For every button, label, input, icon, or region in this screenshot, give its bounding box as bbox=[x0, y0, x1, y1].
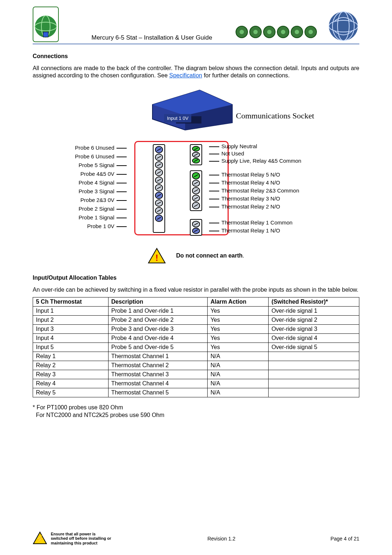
input-1-0v-tag: Input 1 0V bbox=[164, 114, 191, 122]
svg-point-13 bbox=[267, 30, 271, 34]
label-probe1-signal: Probe 1 Signal bbox=[58, 214, 129, 220]
table-cell: N/A bbox=[207, 388, 268, 397]
footer-warning-text: Ensure that all power is switched off be… bbox=[51, 532, 113, 546]
globe-logo-right-icon bbox=[327, 10, 359, 42]
label-relay23-common: Thermostat Relay 2&3 Common bbox=[207, 187, 299, 194]
footer-warning-triangle-icon: ⚡ bbox=[33, 531, 47, 546]
label-relay5: Thermostat Relay 5 N/O bbox=[207, 171, 280, 178]
table-cell: Probe 4 and Over-ride 4 bbox=[108, 334, 207, 343]
table-cell: Over-ride signal 1 bbox=[268, 307, 359, 316]
table-cell bbox=[268, 379, 359, 388]
label-probe1-0v: Probe 1 0V bbox=[58, 223, 129, 229]
label-relay2: Thermostat Relay 2 N/O bbox=[207, 203, 280, 210]
table-cell: Yes bbox=[207, 325, 268, 334]
table-cell: Relay 1 bbox=[33, 352, 109, 361]
connections-diagram: Input 1 0V Communications Socket Probe 6… bbox=[62, 83, 330, 243]
table-cell bbox=[268, 361, 359, 370]
label-relay1-no: Thermostat Relay 1 N/O bbox=[207, 227, 280, 234]
table-row: Relay 2Thermostat Channel 2N/A bbox=[33, 361, 359, 370]
page-footer: ⚡ Ensure that all power is switched off … bbox=[33, 531, 359, 546]
table-cell: Thermostat Channel 2 bbox=[108, 361, 207, 370]
label-relay1-common: Thermostat Relay 1 Common bbox=[207, 219, 293, 226]
table-cell: Relay 4 bbox=[33, 379, 109, 388]
communications-socket-label: Communications Socket bbox=[236, 111, 314, 121]
th-alarm: Alarm Action bbox=[207, 297, 268, 307]
table-row: Relay 3Thermostat Channel 3N/A bbox=[33, 370, 359, 379]
table-cell: Relay 2 bbox=[33, 361, 109, 370]
svg-point-16 bbox=[309, 30, 313, 34]
table-row: Input 4Probe 4 and Over-ride 4YesOver-ri… bbox=[33, 334, 359, 343]
label-probe45-0v: Probe 4&5 0V bbox=[58, 171, 129, 177]
resistor-footnote: * For PT1000 probes use 820 Ohm For NTC2… bbox=[33, 404, 359, 419]
table-cell: Yes bbox=[207, 334, 268, 343]
table-cell: Thermostat Channel 3 bbox=[108, 370, 207, 379]
connections-heading: Connections bbox=[33, 53, 359, 60]
io-allocation-table: 5 Ch Thermostat Description Alarm Action… bbox=[33, 297, 359, 397]
table-cell: Relay 5 bbox=[33, 388, 109, 397]
label-relay3: Thermostat Relay 3 N/O bbox=[207, 195, 280, 202]
table-cell: Probe 5 and Over-ride 5 bbox=[108, 343, 207, 352]
th-description: Description bbox=[108, 297, 207, 307]
table-row: Relay 4Thermostat Channel 4N/A bbox=[33, 379, 359, 388]
label-supply-neutral: Supply Neutral bbox=[207, 143, 257, 149]
table-cell: Over-ride signal 4 bbox=[268, 334, 359, 343]
table-cell bbox=[268, 352, 359, 361]
table-header-row: 5 Ch Thermostat Description Alarm Action… bbox=[33, 297, 359, 307]
table-cell: Yes bbox=[207, 343, 268, 352]
svg-rect-4 bbox=[43, 32, 48, 37]
table-cell: N/A bbox=[207, 361, 268, 370]
table-cell: Input 3 bbox=[33, 325, 109, 334]
table-cell: Input 2 bbox=[33, 316, 109, 325]
right-terminal-column-3 bbox=[190, 219, 202, 236]
table-cell: Relay 3 bbox=[33, 370, 109, 379]
table-cell: Thermostat Channel 5 bbox=[108, 388, 207, 397]
device-3d-icon bbox=[142, 83, 236, 135]
footer-page-number: Page 4 of 21 bbox=[301, 536, 359, 542]
earth-warning-row: ! Do not connect an earth. bbox=[33, 248, 359, 264]
table-cell: Input 4 bbox=[33, 334, 109, 343]
specification-link[interactable]: Specification bbox=[169, 72, 202, 78]
chain-icon bbox=[234, 22, 318, 42]
label-not-used: Not Used bbox=[207, 150, 244, 157]
svg-point-14 bbox=[281, 30, 285, 34]
table-cell: Probe 2 and Over-ride 2 bbox=[108, 316, 207, 325]
svg-point-12 bbox=[253, 30, 258, 34]
left-terminal-column bbox=[153, 144, 165, 233]
th-channel: 5 Ch Thermostat bbox=[33, 297, 109, 307]
label-probe23-0v: Probe 2&3 0V bbox=[58, 197, 129, 203]
label-supply-live: Supply Live, Relay 4&5 Common bbox=[207, 158, 301, 164]
label-probe3-signal: Probe 3 Signal bbox=[58, 188, 129, 194]
table-cell: N/A bbox=[207, 352, 268, 361]
table-row: Relay 5Thermostat Channel 5N/A bbox=[33, 388, 359, 397]
table-cell: Thermostat Channel 4 bbox=[108, 379, 207, 388]
table-cell: Probe 3 and Over-ride 3 bbox=[108, 325, 207, 334]
footnote-line-2: For NTC2000 and NTC2k25 probes use 590 O… bbox=[33, 412, 359, 419]
table-cell: Over-ride signal 3 bbox=[268, 325, 359, 334]
label-probe4-signal: Probe 4 Signal bbox=[58, 179, 129, 186]
table-row: Relay 1Thermostat Channel 1N/A bbox=[33, 352, 359, 361]
label-probe5-signal: Probe 5 Signal bbox=[58, 162, 129, 168]
table-cell: Probe 1 and Over-ride 1 bbox=[108, 307, 207, 316]
table-cell: Yes bbox=[207, 307, 268, 316]
table-cell: Input 5 bbox=[33, 343, 109, 352]
svg-point-11 bbox=[240, 30, 244, 34]
footnote-line-1: * For PT1000 probes use 820 Ohm bbox=[33, 404, 359, 412]
table-cell: N/A bbox=[207, 370, 268, 379]
connections-text-after: for further details on connections. bbox=[202, 72, 290, 78]
th-resistor: (Switched Resistor)* bbox=[268, 297, 359, 307]
earth-warning-text: Do not connect an earth. bbox=[176, 252, 244, 259]
io-paragraph: An over-ride can be achieved by switchin… bbox=[33, 286, 359, 293]
svg-text:⚡: ⚡ bbox=[36, 534, 45, 543]
table-row: Input 1Probe 1 and Over-ride 1YesOver-ri… bbox=[33, 307, 359, 316]
label-probe2-signal: Probe 2 Signal bbox=[58, 206, 129, 212]
page-header: Mercury 6-5 Stat – Installation & User G… bbox=[33, 7, 359, 44]
label-relay4: Thermostat Relay 4 N/O bbox=[207, 179, 280, 186]
table-cell: Over-ride signal 2 bbox=[268, 316, 359, 325]
table-cell: Over-ride signal 5 bbox=[268, 343, 359, 352]
svg-point-17 bbox=[329, 12, 358, 41]
warning-triangle-icon: ! bbox=[148, 248, 166, 264]
footer-warning: ⚡ Ensure that all power is switched off … bbox=[33, 531, 142, 546]
document-title: Mercury 6-5 Stat – Installation & User G… bbox=[66, 34, 227, 42]
io-heading: Input/Output Allocation Tables bbox=[33, 275, 359, 281]
table-cell: N/A bbox=[207, 379, 268, 388]
